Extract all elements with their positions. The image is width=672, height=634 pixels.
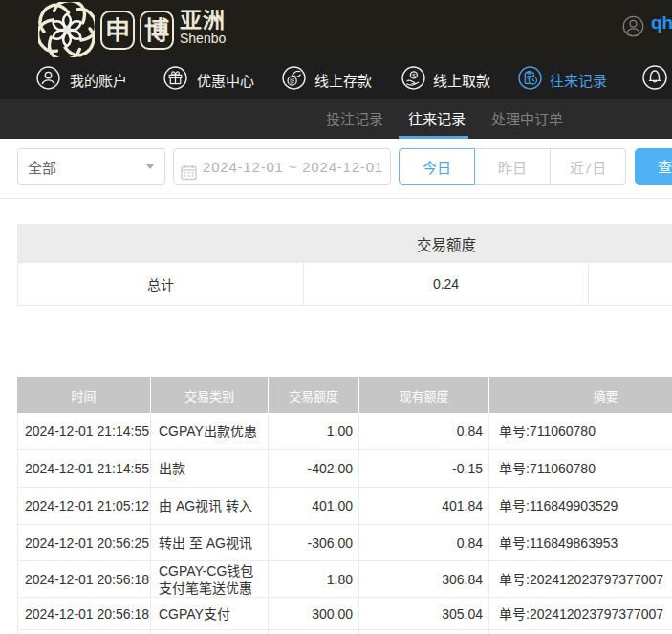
- svg-text:$: $: [412, 72, 416, 78]
